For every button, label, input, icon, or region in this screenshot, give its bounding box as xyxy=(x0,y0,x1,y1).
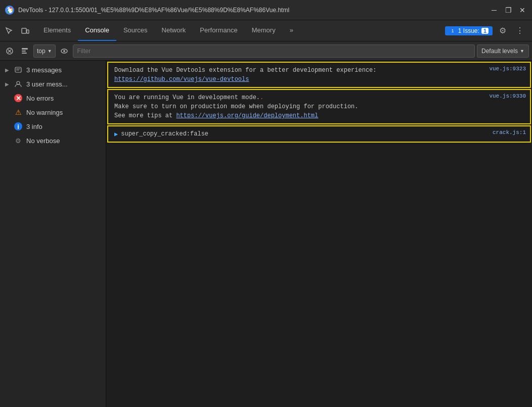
console-arrow-icon: ▶ xyxy=(114,130,118,138)
chrome-logo-icon xyxy=(5,6,14,15)
console-entry-1: Download the Vue Devtools extension for … xyxy=(107,62,531,88)
tab-sources[interactable]: Sources xyxy=(116,20,155,41)
console-output[interactable]: Download the Vue Devtools extension for … xyxy=(106,61,532,407)
console-entry-2-content: You are running Vue in development mode.… xyxy=(114,93,480,120)
console-entry-3-source[interactable]: crack.js:1 xyxy=(486,129,526,135)
main-area: ▶ 3 messages ▶ 3 user mess... ✕ No error… xyxy=(0,61,532,407)
svg-point-14 xyxy=(63,50,65,52)
context-dropdown-icon: ▼ xyxy=(48,49,52,54)
console-entry-3-content: super_copy_cracked:false xyxy=(121,129,483,139)
titlebar: DevTools - 127.0.0.1:5500/01_%E5%88%9D%E… xyxy=(0,0,532,20)
console-entry-2-text2: Make sure to turn on production mode whe… xyxy=(114,103,358,110)
user-icon xyxy=(14,80,22,88)
window-title: DevTools - 127.0.0.1:5500/01_%E5%88%9D%E… xyxy=(18,7,485,14)
console-entry-2-text3: See more tips at xyxy=(114,112,176,119)
issue-count: 1 xyxy=(481,28,489,34)
svg-point-2 xyxy=(8,9,11,12)
tab-overflow[interactable]: » xyxy=(283,20,300,41)
context-label: top xyxy=(37,48,46,55)
console-entry-1-content: Download the Vue Devtools extension for … xyxy=(114,66,480,84)
clear-console-button[interactable] xyxy=(3,44,16,58)
arrow-icon: ▶ xyxy=(5,67,10,73)
sidebar-item-user-messages[interactable]: ▶ 3 user mess... xyxy=(0,77,106,91)
sidebar-item-verbose[interactable]: ⚙ No verbose xyxy=(0,133,106,148)
settings-button[interactable]: ⚙ xyxy=(496,24,510,38)
info-label: 3 info xyxy=(26,123,101,130)
warning-icon: ⚠ xyxy=(14,108,22,116)
user-messages-label: 3 user mess... xyxy=(26,80,101,88)
console-entry-1-source[interactable]: vue.js:9323 xyxy=(483,66,526,72)
tab-console[interactable]: Console xyxy=(78,20,116,41)
tab-network[interactable]: Network xyxy=(155,20,193,41)
console-entry-1-link[interactable]: https://github.com/vuejs/vue-devtools xyxy=(114,76,249,83)
sidebar-item-errors[interactable]: ✕ No errors xyxy=(0,91,106,105)
log-level-label: Default levels xyxy=(481,48,518,55)
log-level-selector[interactable]: Default levels ▼ xyxy=(477,44,529,58)
error-icon: ✕ xyxy=(14,94,22,102)
console-toolbar: top ▼ Default levels ▼ xyxy=(0,41,532,61)
messages-label: 3 messages xyxy=(26,66,101,74)
svg-text:1: 1 xyxy=(451,28,454,33)
console-entry-2-link[interactable]: https://vuejs.org/guide/deployment.html xyxy=(176,112,318,119)
tabbar-right-controls: 1 1 Issue: 1 ⚙ ⋮ xyxy=(445,20,530,41)
log-level-dropdown-icon: ▼ xyxy=(520,49,524,54)
more-options-button[interactable]: ⋮ xyxy=(513,24,527,38)
svg-rect-3 xyxy=(22,28,26,33)
live-expressions-button[interactable] xyxy=(58,44,71,58)
inspect-element-button[interactable] xyxy=(2,24,16,38)
device-toolbar-button[interactable] xyxy=(18,24,32,38)
tab-elements[interactable]: Elements xyxy=(36,20,78,41)
tabbar: Elements Console Sources Network Perform… xyxy=(0,20,532,41)
collapse-button[interactable] xyxy=(18,44,31,58)
sidebar-item-info[interactable]: i 3 info xyxy=(0,119,106,133)
console-entry-2: You are running Vue in development mode.… xyxy=(107,89,531,124)
warnings-label: No warnings xyxy=(26,109,101,116)
issue-badge[interactable]: 1 1 Issue: 1 xyxy=(445,26,493,35)
verbose-label: No verbose xyxy=(26,137,101,145)
svg-rect-10 xyxy=(22,48,28,50)
errors-label: No errors xyxy=(26,95,101,102)
tab-performance[interactable]: Performance xyxy=(193,20,244,41)
minimize-button[interactable]: ─ xyxy=(490,6,499,15)
svg-rect-11 xyxy=(22,51,26,52)
close-button[interactable]: ✕ xyxy=(518,6,527,15)
console-entry-3: ▶ super_copy_cracked:false crack.js:1 xyxy=(107,125,531,143)
svg-rect-4 xyxy=(27,30,29,33)
messages-icon xyxy=(14,66,22,74)
context-selector[interactable]: top ▼ xyxy=(33,44,56,58)
console-entry-1-text1: Download the Vue Devtools extension for … xyxy=(114,67,376,74)
filter-input[interactable] xyxy=(73,44,475,58)
verbose-icon: ⚙ xyxy=(14,137,22,145)
sidebar-item-messages[interactable]: ▶ 3 messages xyxy=(0,63,106,77)
info-icon: i xyxy=(14,122,22,130)
window-controls: ─ ❐ ✕ xyxy=(490,6,527,15)
svg-rect-12 xyxy=(22,53,27,54)
console-entry-3-text: super_copy_cracked:false xyxy=(121,130,208,138)
console-entry-2-source[interactable]: vue.js:9330 xyxy=(483,93,526,99)
svg-point-18 xyxy=(17,81,20,84)
issue-label: 1 Issue: xyxy=(458,27,479,34)
tabbar-left-controls xyxy=(2,20,36,41)
console-entry-2-text1: You are running Vue in development mode.… xyxy=(114,94,263,101)
arrow-icon: ▶ xyxy=(5,81,10,87)
tab-memory[interactable]: Memory xyxy=(245,20,283,41)
sidebar-item-warnings[interactable]: ⚠ No warnings xyxy=(0,105,106,119)
sidebar: ▶ 3 messages ▶ 3 user mess... ✕ No error… xyxy=(0,61,106,407)
maximize-button[interactable]: ❐ xyxy=(504,6,513,15)
